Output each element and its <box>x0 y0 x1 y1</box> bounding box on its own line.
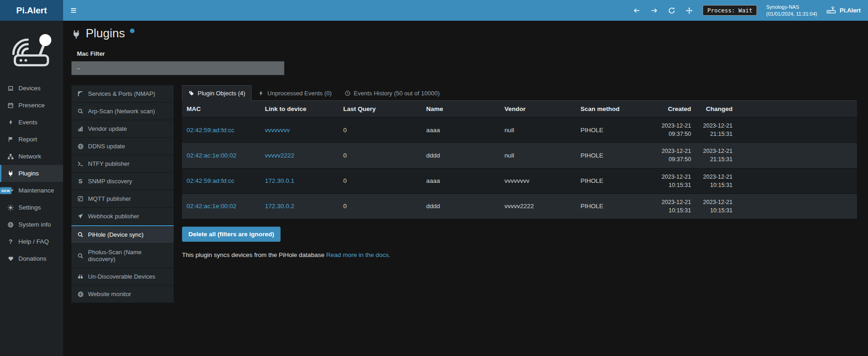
bolt-icon <box>7 119 14 125</box>
plugin-nav-item-snmp-discovery[interactable]: SSNMP discovery <box>71 173 174 190</box>
plugin-nav-item-mqtt-publisher[interactable]: MQTT publisher <box>71 190 174 208</box>
sidebar-item-devices[interactable]: Devices <box>0 80 63 97</box>
docs-link[interactable]: Read more in the docs. <box>326 251 391 258</box>
hamburger-icon: ≡ <box>70 5 76 16</box>
cell-name: aaaa <box>422 168 500 193</box>
plugin-nav-item-label: PiHole (Device sync) <box>88 231 144 238</box>
plugin-nav-item-label: DDNS update <box>88 143 125 150</box>
router-logo <box>0 21 63 80</box>
sidebar-item-settings[interactable]: Settings <box>0 199 63 216</box>
globe-icon <box>7 222 14 228</box>
plugin-nav-item-ddns-update[interactable]: DDNS update <box>71 138 174 155</box>
sidebar-item-report[interactable]: Report <box>0 131 63 148</box>
cell-name: aaaa <box>422 117 500 143</box>
mac-link[interactable]: 02:42:ac:1e:00:02 <box>187 203 236 210</box>
sidebar-item-label: Report <box>18 136 37 143</box>
column-header-scan-method: Scan method <box>576 101 652 117</box>
new-badge: NEW <box>0 187 12 194</box>
top-bar: Pi.Alert ≡ Process: Wait <box>0 0 868 21</box>
plugin-nav-item-vendor-update[interactable]: Vendor update <box>71 120 174 138</box>
device-link[interactable]: vvvvvvvv <box>265 127 290 134</box>
cell-scan-method: PIHOLE <box>576 117 652 143</box>
snmp-icon: S <box>77 178 84 185</box>
sidebar-item-events[interactable]: Events <box>0 114 63 131</box>
cell-last-query: 0 <box>339 193 422 219</box>
plugin-nav-item-website-monitor[interactable]: Website monitor <box>71 286 174 303</box>
cell-last-query: 0 <box>339 168 422 193</box>
mqtt-icon <box>77 196 84 202</box>
cell-mac: 02:42:ac:1e:00:02 <box>182 143 260 168</box>
sidebar-item-label: Presence <box>18 102 45 109</box>
sidebar-item-maintenance[interactable]: NEWMaintenance <box>0 182 63 199</box>
page-title: Plugins <box>86 26 125 41</box>
terminal-icon <box>77 161 84 167</box>
tab-events-history-50-out-of-10000[interactable]: Events History (50 out of 10000) <box>338 85 446 101</box>
plugin-note: This plugin syncs devices from the PiHol… <box>182 251 857 258</box>
move-button[interactable] <box>685 6 693 15</box>
bolt-icon <box>258 90 264 96</box>
sidebar-item-label: Settings <box>18 204 41 211</box>
sidebar-item-presence[interactable]: Presence <box>0 97 63 114</box>
cell-link-to-device: vvvvvvvv <box>260 117 339 143</box>
info-badge[interactable] <box>130 29 135 33</box>
sidebar-item-network[interactable]: Network <box>0 148 63 165</box>
plugin-nav-item-ntfy-publisher[interactable]: NTFY publisher <box>71 155 174 173</box>
plugin-nav-item-arp-scan-network-scan[interactable]: Arp-Scan (Network scan) <box>71 103 174 120</box>
sidebar-item-donations[interactable]: Donations <box>0 250 63 267</box>
plugin-nav-item-webhook-publisher[interactable]: Webhook publisher <box>71 208 174 225</box>
cell-changed: 2023-12-2121:15:31 <box>696 143 737 168</box>
plugin-nav-item-label: MQTT publisher <box>88 195 131 202</box>
delete-all-button[interactable]: Delete all (filters are ignored) <box>182 227 281 242</box>
plugin-nav-item-un-discoverable-devices[interactable]: Un-Discoverable Devices <box>71 268 174 286</box>
column-header-name: Name <box>422 101 500 117</box>
process-status-badge: Process: Wait <box>703 5 757 16</box>
globe-icon <box>77 291 84 298</box>
app-name: Pi.Alert <box>839 7 861 14</box>
sidebar-item-label: Devices <box>18 85 41 92</box>
sidebar-toggle-button[interactable]: ≡ <box>63 0 84 21</box>
sidebar-item-label: Network <box>18 153 41 160</box>
paper-plane-icon <box>77 213 84 219</box>
main-content: Plugins Mac Filter Services & Ports (NMA… <box>63 21 868 356</box>
mac-filter-input[interactable] <box>71 61 284 75</box>
cell-last-query: 0 <box>339 117 422 143</box>
brand-logo[interactable]: Pi.Alert <box>0 0 63 21</box>
refresh-button[interactable] <box>668 6 676 15</box>
column-header-last-query: Last Query <box>339 101 422 117</box>
plugin-nav-item-services-ports-nmap[interactable]: Services & Ports (NMAP) <box>71 85 174 103</box>
sidebar-item-label: Plugins <box>18 170 39 177</box>
cell-filler <box>737 168 857 193</box>
plugin-nav-item-label: Webhook publisher <box>88 213 139 220</box>
plugin-nav-item-pihole-device-sync[interactable]: PiHole (Device sync) <box>71 225 174 244</box>
binoculars-icon <box>77 274 84 280</box>
device-link[interactable]: 172.30.0.2 <box>265 203 294 210</box>
nav-forward-button[interactable] <box>650 6 658 15</box>
plugin-nav-item-pholus-scan-name-discovery[interactable]: Pholus-Scan (Name discovery) <box>71 244 174 268</box>
device-link[interactable]: vvvvv2222 <box>265 152 294 159</box>
arrow-right-icon <box>651 7 658 14</box>
tab-unprocessed-events-0[interactable]: Unprocessed Events (0) <box>252 85 338 101</box>
app-info[interactable]: Pi.Alert <box>826 6 861 15</box>
cell-filler <box>737 143 857 168</box>
cell-created: 2023-12-2110:15:31 <box>652 168 696 193</box>
sidebar-item-help-faq[interactable]: ?Help / FAQ <box>0 233 63 250</box>
sidebar-item-system-info[interactable]: System info <box>0 216 63 233</box>
mac-link[interactable]: 02:42:59:ad:fd:cc <box>187 127 235 134</box>
arrow-left-icon <box>633 7 640 14</box>
sidebar-item-plugins[interactable]: Plugins <box>0 165 63 182</box>
cell-scan-method: PIHOLE <box>576 193 652 219</box>
cell-vendor: vvvvvvvv <box>500 168 576 193</box>
cell-last-query: 0 <box>339 143 422 168</box>
cell-changed: 2023-12-2110:15:31 <box>696 193 737 219</box>
table-body: 02:42:59:ad:fd:ccvvvvvvvv0aaaanullPIHOLE… <box>182 117 857 219</box>
tab-label: Plugin Objects (4) <box>198 90 245 97</box>
device-link[interactable]: 172.30.0.1 <box>265 177 294 184</box>
tags-icon <box>188 90 194 96</box>
cell-created: 2023-12-2109:37:50 <box>652 143 696 168</box>
mac-link[interactable]: 02:42:59:ad:fd:cc <box>187 177 235 184</box>
plugin-panel: Plugin Objects (4)Unprocessed Events (0)… <box>182 85 857 265</box>
nav-back-button[interactable] <box>633 6 641 15</box>
tab-plugin-objects-4[interactable]: Plugin Objects (4) <box>182 85 252 101</box>
signal-icon <box>77 91 84 97</box>
mac-link[interactable]: 02:42:ac:1e:00:02 <box>187 152 236 159</box>
